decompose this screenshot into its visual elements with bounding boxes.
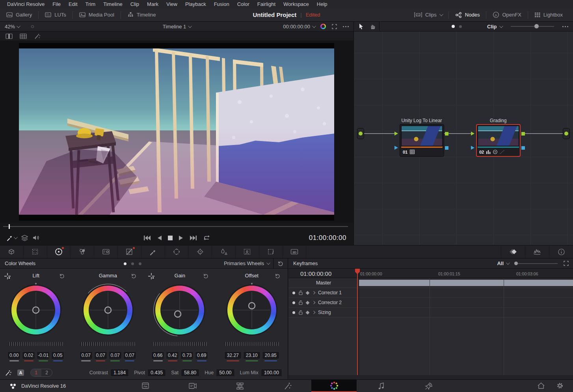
menu-edit[interactable]: Edit [65,1,81,7]
rgb-input-port[interactable] [471,132,474,136]
corrector2-track-row[interactable]: Corrector 2 [288,298,573,308]
lightbox-button[interactable]: Lightbox [528,8,569,21]
lift-y-value[interactable]: 0.00 [7,351,20,359]
power-window-tab[interactable] [165,245,189,258]
lift-b-value[interactable]: 0.05 [51,351,64,359]
rgb-input-port[interactable] [394,132,398,136]
lum-mix-value[interactable]: 100.00 [261,369,282,377]
add-keyframe-icon[interactable] [306,310,310,314]
auto-balance-badge[interactable]: A [17,370,24,376]
expand-viewer-icon[interactable] [331,24,337,30]
openfx-button[interactable]: fx OpenFX [486,8,527,21]
go-to-start-button[interactable] [143,235,151,241]
timeline-button[interactable]: Timeline [121,8,162,21]
luts-button[interactable]: LUTs [39,8,73,21]
gamma-r-value[interactable]: 0.07 [94,351,107,359]
menu-trim[interactable]: Trim [82,1,100,7]
track-lock-icon[interactable] [299,300,303,305]
media-pool-button[interactable]: Media Pool [73,8,121,21]
go-to-end-button[interactable] [190,235,197,241]
motion-effects-tab[interactable] [94,245,118,258]
key-input-port[interactable] [471,146,474,150]
gamma-master-wheel[interactable] [79,341,137,347]
expand-panel-icon[interactable] [563,260,569,266]
bypass-toggle-icon[interactable] [31,25,34,28]
rgb-mixer-tab[interactable] [71,245,94,258]
keyframes-panel-toggle[interactable] [501,245,525,258]
menu-timeline[interactable]: Timeline [99,1,127,7]
timeline-select[interactable]: Timeline 1 [163,24,191,30]
stereo-3d-tab[interactable]: 3D [283,245,307,258]
gallery-button[interactable]: Gallery [0,8,38,21]
track-lock-icon[interactable] [299,310,303,315]
tracker-tab[interactable] [188,245,212,258]
pointer-tool-icon[interactable] [358,23,364,30]
project-settings-button[interactable] [556,381,564,390]
reset-lift-icon[interactable] [59,273,65,279]
reset-gamma-icon[interactable] [131,273,137,279]
rgb-output-port[interactable] [521,132,525,136]
auto-wand-icon[interactable] [5,370,12,376]
gain-y-value[interactable]: 0.66 [151,351,164,359]
corrector-node-02-selected[interactable]: 02 [476,124,521,157]
key-output-port[interactable] [445,146,448,150]
custom-crosshair-icon[interactable] [148,273,155,280]
stop-button[interactable] [168,236,173,240]
grid-view-icon[interactable] [20,33,27,39]
loop-button[interactable] [203,235,210,241]
edit-page-button[interactable] [235,381,245,391]
menu-mark[interactable]: Mark [143,1,162,7]
key-input-port[interactable] [394,146,398,150]
deliver-page-button[interactable] [424,381,433,391]
wheels-page-dots[interactable] [124,262,141,265]
reset-offset-icon[interactable] [275,273,281,279]
track-enable-icon[interactable] [292,311,295,314]
keyframes-filter-select[interactable]: All [497,260,509,266]
node-page-dot-2[interactable] [459,25,462,28]
info-panel-toggle[interactable] [549,245,573,258]
scopes-panel-toggle[interactable] [525,245,549,258]
nodes-button[interactable]: Nodes [449,8,486,21]
menu-workspace[interactable]: Workspace [279,1,313,7]
gamma-y-value[interactable]: 0.07 [80,351,93,359]
add-keyframe-icon[interactable] [306,301,310,305]
wipe-modes-icon[interactable] [21,235,28,241]
source-node[interactable] [357,128,364,139]
offset-g-value[interactable]: 23.10 [243,351,260,359]
viewer-zoom-select[interactable]: 42% [5,24,15,30]
expand-track-icon[interactable] [312,311,315,314]
clips-button[interactable]: Clips [407,8,448,21]
wheel-page-2-tab[interactable]: 2 [41,369,52,376]
gain-master-wheel[interactable] [151,341,208,347]
gamma-wheel[interactable] [78,281,138,340]
node-page-dot-1[interactable] [452,25,455,28]
lift-g-value[interactable]: -0.01 [37,351,50,359]
contrast-value[interactable]: 1.184 [110,369,129,377]
sizing-track-row[interactable]: Sizing [288,308,573,318]
offset-master-wheel[interactable] [223,341,281,347]
sizing-tab[interactable] [259,245,283,258]
corrector-node-01[interactable]: 01 [400,124,444,157]
color-match-tab[interactable] [24,245,47,258]
offset-b-value[interactable]: 20.85 [262,351,279,359]
viewer-timecode-select[interactable]: 00:00:00:00 [283,24,315,30]
color-page-button-active[interactable] [311,380,357,392]
node-zoom-slider[interactable] [511,26,554,27]
rgb-output-port[interactable] [445,132,448,136]
fairlight-page-button[interactable] [377,381,386,391]
wheel-page-1-tab[interactable]: 1 [31,369,41,376]
menu-view[interactable]: View [162,1,181,7]
gain-r-value[interactable]: 0.42 [166,351,179,359]
gain-wheel[interactable] [150,281,209,340]
output-node[interactable] [563,128,570,139]
viewer-options-menu[interactable] [343,26,349,27]
qualifier-tab[interactable] [141,245,165,258]
wheels-mode-select[interactable]: Primaries Wheels [224,260,269,266]
split-screen-icon[interactable] [6,33,13,39]
lift-master-wheel[interactable] [7,341,65,347]
menu-clip[interactable]: Clip [127,1,143,7]
curves-tab[interactable] [118,245,141,258]
menu-file[interactable]: File [48,1,65,7]
reset-gain-icon[interactable] [203,273,209,279]
pivot-value[interactable]: 0.435 [147,369,166,377]
